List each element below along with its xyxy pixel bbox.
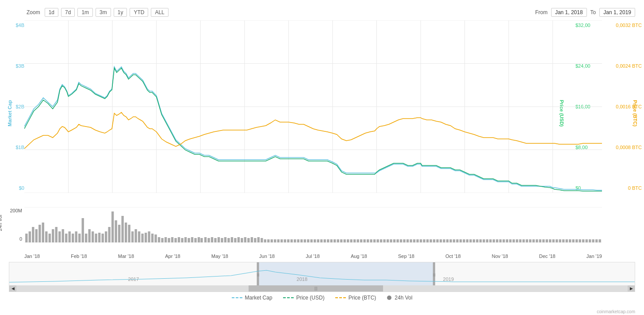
volume-chart-svg: [24, 207, 602, 242]
zoom-1m-button[interactable]: 1m: [77, 8, 93, 17]
scroll-thumb[interactable]: |||: [249, 285, 383, 292]
svg-rect-74: [207, 238, 210, 242]
legend-price-usd: Price (USD): [283, 295, 325, 301]
zoom-ytd-button[interactable]: YTD: [130, 8, 148, 17]
x-aug18: Aug '18: [351, 254, 367, 259]
svg-rect-186: [579, 239, 581, 242]
svg-rect-77: [218, 237, 220, 242]
svg-rect-68: [188, 238, 190, 242]
svg-rect-177: [549, 239, 551, 242]
x-feb18: Feb '18: [71, 254, 87, 259]
svg-rect-48: [121, 216, 123, 242]
svg-rect-32: [69, 231, 71, 242]
svg-rect-122: [367, 239, 369, 242]
svg-text:2017: 2017: [128, 277, 139, 282]
svg-rect-148: [453, 239, 455, 242]
vol-axis-label: 24h Vol: [0, 210, 3, 236]
vol-0: 0: [0, 236, 22, 242]
main-chart-svg-wrapper: [24, 20, 602, 193]
svg-rect-150: [460, 239, 462, 242]
legend-market-cap-line-icon: [232, 296, 242, 300]
zoom-1y-button[interactable]: 1y: [114, 8, 127, 17]
x-nov18: Nov '18: [492, 254, 508, 259]
legend-price-usd-line-icon: [283, 296, 294, 300]
svg-rect-166: [513, 239, 515, 242]
market-cap-axis-label: Market Cap: [7, 100, 12, 126]
svg-rect-176: [546, 239, 548, 242]
svg-rect-171: [529, 239, 531, 242]
toolbar: Zoom 1d 7d 1m 3m 1y YTD ALL From Jan 1, …: [0, 4, 644, 20]
svg-rect-62: [168, 238, 170, 242]
svg-rect-20: [29, 231, 31, 242]
zoom-1d-button[interactable]: 1d: [45, 8, 58, 17]
svg-rect-109: [324, 239, 326, 242]
svg-rect-39: [92, 231, 94, 242]
price-btc-line: [24, 112, 602, 149]
to-date-input[interactable]: Jan 1, 2019: [599, 8, 635, 17]
svg-rect-78: [221, 238, 223, 242]
y-axis-left-3b: $3B: [4, 63, 24, 69]
svg-rect-98: [287, 239, 289, 242]
zoom-all-button[interactable]: ALL: [151, 8, 168, 17]
svg-rect-71: [198, 237, 200, 242]
svg-rect-157: [483, 239, 485, 242]
svg-rect-99: [291, 239, 293, 242]
svg-rect-19: [25, 234, 27, 242]
main-chart-svg: [24, 20, 602, 193]
svg-rect-72: [200, 238, 203, 242]
svg-rect-27: [52, 229, 54, 242]
svg-rect-101: [297, 239, 299, 242]
svg-rect-54: [141, 234, 143, 242]
svg-rect-126: [380, 239, 382, 242]
zoom-7d-button[interactable]: 7d: [61, 8, 75, 17]
svg-rect-152: [466, 239, 468, 242]
legend-24h-vol: 24h Vol: [387, 295, 412, 301]
legend-market-cap: Market Cap: [232, 295, 272, 301]
svg-rect-140: [426, 239, 429, 242]
svg-rect-159: [489, 239, 491, 242]
svg-rect-53: [138, 231, 140, 242]
svg-rect-167: [516, 239, 518, 242]
svg-rect-132: [400, 239, 402, 242]
svg-rect-179: [556, 239, 558, 242]
svg-rect-35: [78, 234, 80, 242]
y-axis-left-4b: $4B: [4, 23, 24, 28]
svg-rect-34: [75, 231, 77, 242]
svg-rect-144: [440, 239, 442, 242]
svg-rect-31: [65, 234, 67, 242]
svg-rect-107: [317, 239, 319, 242]
svg-rect-47: [118, 225, 120, 242]
scroll-left-button[interactable]: ◀: [9, 285, 16, 292]
from-date-input[interactable]: Jan 1, 2018: [551, 8, 587, 17]
svg-rect-180: [559, 239, 561, 242]
svg-rect-83: [238, 237, 240, 242]
svg-rect-65: [178, 237, 180, 242]
svg-rect-113: [337, 239, 339, 242]
scroll-right-button[interactable]: ▶: [628, 285, 635, 292]
svg-rect-38: [88, 229, 91, 242]
y-btc-0008: 0,0008 BTC: [606, 145, 642, 150]
svg-rect-155: [476, 239, 478, 242]
svg-rect-120: [360, 239, 362, 242]
legend-24h-vol-label: 24h Vol: [395, 295, 412, 301]
svg-rect-93: [271, 239, 273, 242]
svg-rect-23: [38, 225, 41, 242]
x-jun18: Jun '18: [259, 254, 275, 259]
svg-rect-56: [148, 231, 150, 242]
x-apr18: Apr '18: [165, 254, 180, 259]
svg-rect-181: [562, 239, 564, 242]
svg-rect-149: [456, 239, 458, 242]
svg-rect-173: [536, 239, 538, 242]
svg-rect-142: [433, 239, 435, 242]
svg-rect-115: [344, 239, 346, 242]
svg-rect-108: [320, 239, 322, 242]
chart-container: Zoom 1d 7d 1m 3m 1y YTD ALL From Jan 1, …: [0, 0, 644, 315]
svg-rect-161: [496, 239, 498, 242]
svg-rect-194: [258, 262, 435, 285]
zoom-3m-button[interactable]: 3m: [96, 8, 111, 17]
svg-rect-60: [161, 238, 163, 242]
to-label: To: [590, 9, 596, 15]
x-may18: May '18: [211, 254, 228, 259]
svg-rect-175: [542, 239, 544, 242]
svg-rect-182: [566, 239, 568, 242]
